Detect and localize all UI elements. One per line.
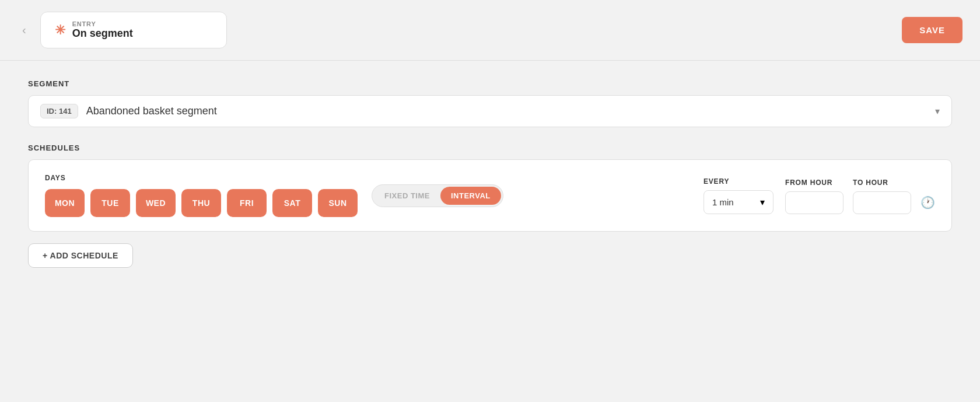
hour-fields: FROM HOUR TO HOUR 🕐 — [785, 179, 935, 214]
interval-toggle[interactable]: INTERVAL — [440, 187, 501, 205]
from-hour-label: FROM HOUR — [785, 179, 844, 187]
every-section: EVERY 1 min ▾ — [704, 177, 774, 214]
every-value: 1 min — [712, 197, 755, 207]
main-content: SEGMENT ID: 141 Abandoned basket segment… — [0, 61, 980, 286]
segment-section-label: SEGMENT — [28, 79, 952, 88]
entry-value: On segment — [72, 27, 133, 40]
header: ‹ ✳ ENTRY On segment SAVE — [0, 0, 980, 61]
every-dropdown-icon: ▾ — [760, 197, 765, 208]
segment-dropdown[interactable]: ID: 141 Abandoned basket segment ▾ — [28, 95, 952, 127]
day-fri-button[interactable]: FRI — [227, 189, 267, 217]
schedule-type-toggle: FIXED TIME INTERVAL — [372, 184, 503, 207]
day-sat-button[interactable]: SAT — [272, 189, 312, 217]
day-thu-button[interactable]: THU — [181, 189, 221, 217]
add-schedule-button[interactable]: + ADD SCHEDULE — [28, 243, 133, 268]
entry-card: ✳ ENTRY On segment — [40, 12, 227, 48]
hour-labels: FROM HOUR TO HOUR — [785, 179, 935, 187]
segment-name: Abandoned basket segment — [86, 105, 217, 117]
days-row: MON TUE WED THU FRI SAT SUN — [45, 189, 358, 217]
segment-left: ID: 141 Abandoned basket segment — [40, 104, 217, 118]
entry-info: ENTRY On segment — [72, 20, 133, 40]
segment-dropdown-icon: ▾ — [935, 106, 940, 117]
header-left: ‹ ✳ ENTRY On segment — [18, 12, 227, 48]
days-section: DAYS MON TUE WED THU FRI SAT SUN — [45, 174, 358, 217]
schedule-row: DAYS MON TUE WED THU FRI SAT SUN FIXED T… — [45, 174, 935, 217]
day-mon-button[interactable]: MON — [45, 189, 85, 217]
hour-inputs: 🕐 — [785, 191, 935, 214]
every-select[interactable]: 1 min ▾ — [704, 190, 774, 214]
back-button[interactable]: ‹ — [18, 21, 31, 39]
days-label: DAYS — [45, 174, 358, 182]
every-label: EVERY — [704, 177, 774, 186]
day-tue-button[interactable]: TUE — [90, 189, 130, 217]
save-button[interactable]: SAVE — [902, 17, 963, 43]
day-wed-button[interactable]: WED — [136, 189, 176, 217]
entry-label: ENTRY — [72, 20, 133, 27]
day-sun-button[interactable]: SUN — [318, 189, 358, 217]
to-hour-input[interactable] — [853, 191, 911, 214]
fixed-time-toggle[interactable]: FIXED TIME — [374, 187, 440, 205]
right-section: EVERY 1 min ▾ FROM HOUR TO HOUR 🕐 — [704, 177, 935, 214]
schedules-box: DAYS MON TUE WED THU FRI SAT SUN FIXED T… — [28, 159, 952, 232]
segment-id-badge: ID: 141 — [40, 104, 78, 118]
to-hour-label: TO HOUR — [853, 179, 911, 187]
clock-icon: 🕐 — [921, 195, 935, 209]
from-hour-input[interactable] — [785, 191, 844, 214]
asterisk-icon: ✳ — [55, 23, 65, 38]
schedules-section-label: SCHEDULES — [28, 144, 952, 152]
